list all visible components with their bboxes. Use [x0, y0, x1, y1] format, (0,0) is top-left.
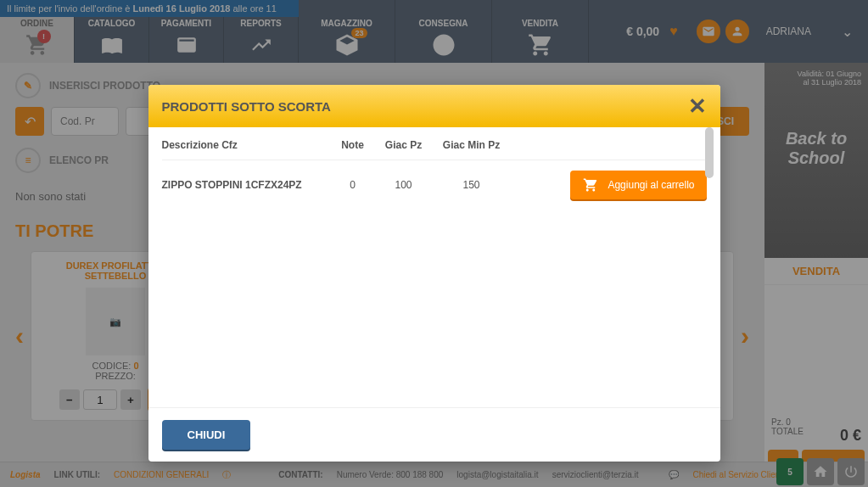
- row-desc: ZIPPO STOPPINI 1CFZX24PZ: [162, 179, 332, 191]
- add-to-cart-button[interactable]: Aggiungi al carrello: [570, 171, 706, 199]
- add-to-cart-label: Aggiungi al carrello: [608, 179, 694, 191]
- modal-close-footer-button[interactable]: CHIUDI: [162, 420, 251, 450]
- col-header-min: Giac Min Pz: [434, 139, 510, 151]
- row-min: 150: [434, 179, 510, 191]
- modal-overlay: PRODOTTI SOTTO SCORTA ✕ Descrizione Cfz …: [0, 0, 868, 487]
- col-header-desc: Descrizione Cfz: [162, 139, 332, 151]
- low-stock-modal: PRODOTTI SOTTO SCORTA ✕ Descrizione Cfz …: [148, 85, 720, 462]
- row-note: 0: [332, 179, 374, 191]
- modal-title: PRODOTTI SOTTO SCORTA: [162, 99, 331, 114]
- modal-close-button[interactable]: ✕: [688, 95, 707, 117]
- col-header-note: Note: [332, 139, 374, 151]
- col-header-giac: Giac Pz: [374, 139, 434, 151]
- scrollbar-thumb[interactable]: [705, 127, 714, 178]
- table-row: ZIPPO STOPPINI 1CFZX24PZ 0 100 150 Aggiu…: [162, 160, 707, 210]
- row-giac: 100: [374, 179, 434, 191]
- modal-scrollbar[interactable]: [705, 127, 714, 414]
